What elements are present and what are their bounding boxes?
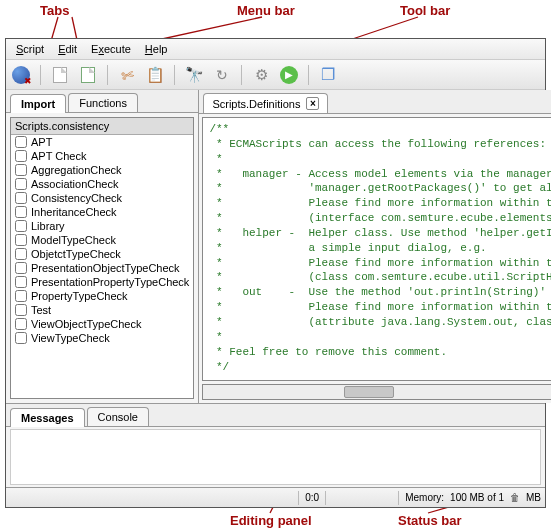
tree-item-checkbox[interactable] bbox=[15, 178, 27, 190]
menu-edit[interactable]: Edit bbox=[52, 41, 83, 57]
cut-button[interactable]: ✄ bbox=[116, 64, 138, 86]
tree-item[interactable]: PresentationPropertyTypeCheck bbox=[11, 275, 193, 289]
tree-item[interactable]: PresentationObjectTypeCheck bbox=[11, 261, 193, 275]
menu-bar: Script Edit Execute Help bbox=[6, 39, 545, 60]
tree-item-checkbox[interactable] bbox=[15, 164, 27, 176]
status-memory-label: Memory: bbox=[405, 492, 444, 503]
annot-statusbar: Status bar bbox=[398, 513, 462, 528]
bottom-pane: Messages Console bbox=[6, 403, 545, 487]
scissors-icon: ✄ bbox=[118, 64, 135, 85]
tab-messages[interactable]: Messages bbox=[10, 408, 85, 427]
menu-help[interactable]: Help bbox=[139, 41, 174, 57]
tree-item[interactable]: APT Check bbox=[11, 149, 193, 163]
paste-button[interactable]: 📋 bbox=[144, 64, 166, 86]
tree-item-checkbox[interactable] bbox=[15, 220, 27, 232]
tree-item-label: ViewTypeCheck bbox=[31, 332, 110, 344]
menu-script[interactable]: Script bbox=[10, 41, 50, 57]
scroll-thumb[interactable] bbox=[344, 386, 394, 398]
tab-console[interactable]: Console bbox=[87, 407, 149, 426]
new-icon bbox=[53, 67, 67, 83]
tree-item[interactable]: AggregationCheck bbox=[11, 163, 193, 177]
tree-item-checkbox[interactable] bbox=[15, 304, 27, 316]
tree-item-label: AssociationCheck bbox=[31, 178, 118, 190]
tree-item-checkbox[interactable] bbox=[15, 234, 27, 246]
tree-item[interactable]: ObjetctTypeCheck bbox=[11, 247, 193, 261]
run-icon: ▶ bbox=[280, 66, 298, 84]
tree-item[interactable]: Test bbox=[11, 303, 193, 317]
tree-item-label: ModelTypeCheck bbox=[31, 234, 116, 246]
editor-tab-title: Scripts.Definitions bbox=[212, 98, 300, 110]
home-button[interactable] bbox=[10, 64, 32, 86]
windows-button[interactable]: ❐ bbox=[317, 64, 339, 86]
left-tabs: Import Functions bbox=[6, 90, 198, 113]
left-pane: Import Functions Scripts.consistency APT… bbox=[6, 90, 199, 403]
tree-item-checkbox[interactable] bbox=[15, 150, 27, 162]
status-memory-value: 100 MB of 1 bbox=[450, 492, 504, 503]
tree-item-checkbox[interactable] bbox=[15, 290, 27, 302]
tree-item[interactable]: ConsistencyCheck bbox=[11, 191, 193, 205]
gear-icon: ⚙ bbox=[255, 66, 268, 84]
tree-item-label: PresentationPropertyTypeCheck bbox=[31, 276, 189, 288]
tree-item[interactable]: ViewObjectTypeCheck bbox=[11, 317, 193, 331]
refresh-button[interactable]: ↻ bbox=[211, 64, 233, 86]
script-tree[interactable]: Scripts.consistency APTAPT CheckAggregat… bbox=[10, 117, 194, 399]
trash-icon[interactable]: 🗑 bbox=[510, 492, 520, 503]
editor-tab[interactable]: Scripts.Definitions × bbox=[203, 93, 328, 113]
tree-item-label: APT Check bbox=[31, 150, 86, 162]
annot-editing: Editing panel bbox=[230, 513, 312, 528]
tree-item[interactable]: Library bbox=[11, 219, 193, 233]
tab-import[interactable]: Import bbox=[10, 94, 66, 113]
toolbar-separator bbox=[308, 65, 309, 85]
tree-item-checkbox[interactable] bbox=[15, 248, 27, 260]
editor-hscrollbar[interactable] bbox=[202, 384, 551, 400]
toolbar-separator bbox=[40, 65, 41, 85]
tree-item[interactable]: APT bbox=[11, 135, 193, 149]
new2-button[interactable] bbox=[77, 64, 99, 86]
code-editor[interactable]: /** * ECMAScripts can access the followi… bbox=[202, 117, 551, 381]
tree-item-label: PresentationObjectTypeCheck bbox=[31, 262, 180, 274]
tab-functions[interactable]: Functions bbox=[68, 93, 138, 112]
status-position: 0:0 bbox=[305, 492, 319, 503]
tree-item[interactable]: AssociationCheck bbox=[11, 177, 193, 191]
tree-item[interactable]: ViewTypeCheck bbox=[11, 331, 193, 345]
tree-item-label: PropertyTypeCheck bbox=[31, 290, 128, 302]
tool-bar: ✄ 📋 🔭 ↻ ⚙ ▶ ❐ bbox=[6, 60, 545, 90]
tree-item-label: InheritanceCheck bbox=[31, 206, 117, 218]
cycle-icon: ↻ bbox=[216, 67, 228, 83]
messages-area[interactable] bbox=[10, 429, 541, 485]
editor-tabs: Scripts.Definitions × bbox=[199, 90, 551, 114]
clipboard-icon: 📋 bbox=[146, 66, 165, 84]
tree-item[interactable]: InheritanceCheck bbox=[11, 205, 193, 219]
settings-button[interactable]: ⚙ bbox=[250, 64, 272, 86]
tree-item-checkbox[interactable] bbox=[15, 262, 27, 274]
tree-item-checkbox[interactable] bbox=[15, 276, 27, 288]
tree-item-label: Test bbox=[31, 304, 51, 316]
tree-item-label: Library bbox=[31, 220, 65, 232]
tree-item-checkbox[interactable] bbox=[15, 206, 27, 218]
close-icon[interactable]: × bbox=[306, 97, 319, 110]
binoculars-icon: 🔭 bbox=[185, 66, 204, 84]
tree-item-checkbox[interactable] bbox=[15, 332, 27, 344]
tree-item-label: ObjetctTypeCheck bbox=[31, 248, 121, 260]
tree-item-checkbox[interactable] bbox=[15, 318, 27, 330]
tree-item-label: APT bbox=[31, 136, 52, 148]
status-bar: 0:0 Memory: 100 MB of 1 🗑 MB bbox=[6, 487, 545, 507]
tree-item-label: ConsistencyCheck bbox=[31, 192, 122, 204]
new-button[interactable] bbox=[49, 64, 71, 86]
globe-icon bbox=[12, 66, 30, 84]
app-window: Script Edit Execute Help ✄ 📋 🔭 ↻ ⚙ ▶ ❐ I… bbox=[5, 38, 546, 508]
tree-item-label: ViewObjectTypeCheck bbox=[31, 318, 141, 330]
status-memory-suffix: MB bbox=[526, 492, 541, 503]
tree-item-checkbox[interactable] bbox=[15, 192, 27, 204]
toolbar-separator bbox=[174, 65, 175, 85]
find-button[interactable]: 🔭 bbox=[183, 64, 205, 86]
tree-item-checkbox[interactable] bbox=[15, 136, 27, 148]
tree-item[interactable]: ModelTypeCheck bbox=[11, 233, 193, 247]
tree-header: Scripts.consistency bbox=[11, 118, 193, 135]
annot-menubar: Menu bar bbox=[237, 3, 295, 18]
tree-item[interactable]: PropertyTypeCheck bbox=[11, 289, 193, 303]
right-pane: Scripts.Definitions × /** * ECMAScripts … bbox=[199, 90, 551, 403]
new-green-icon bbox=[81, 67, 95, 83]
run-button[interactable]: ▶ bbox=[278, 64, 300, 86]
menu-execute[interactable]: Execute bbox=[85, 41, 137, 57]
